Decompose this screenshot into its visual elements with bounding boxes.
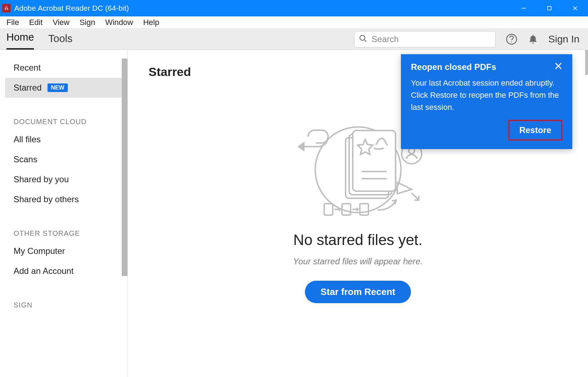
- bell-icon[interactable]: [528, 34, 538, 45]
- svg-point-4: [360, 35, 365, 40]
- dialog-footer: Restore: [411, 120, 562, 141]
- window-controls: [511, 0, 588, 16]
- empty-subtext: Your starred files will appear here.: [149, 256, 567, 266]
- sidebar-item-label: Shared by others: [14, 194, 79, 204]
- sidebar-item-all-files[interactable]: All files: [0, 129, 127, 149]
- sidebar-item-label: All files: [14, 134, 41, 144]
- star-from-recent-button[interactable]: Star from Recent: [305, 281, 411, 303]
- minimize-button[interactable]: [511, 0, 537, 16]
- app-title: Adobe Acrobat Reader DC (64-bit): [14, 4, 129, 12]
- sidebar-item-label: Shared by you: [14, 174, 69, 184]
- svg-rect-1: [548, 6, 551, 10]
- menu-window[interactable]: Window: [100, 16, 138, 29]
- menu-sign[interactable]: Sign: [75, 16, 100, 29]
- sidebar-item-label: Starred: [14, 83, 42, 93]
- titlebar-left: Adobe Acrobat Reader DC (64-bit): [0, 4, 129, 12]
- new-badge: NEW: [47, 83, 68, 92]
- sidebar-item-label: My Computer: [14, 246, 65, 256]
- sidebar-item-label: Add an Account: [14, 266, 74, 276]
- menu-view[interactable]: View: [47, 16, 74, 29]
- menu-help[interactable]: Help: [138, 16, 164, 29]
- search-box[interactable]: [354, 31, 496, 47]
- tab-home[interactable]: Home: [6, 27, 34, 50]
- sidebar-scrollbar[interactable]: [122, 58, 127, 276]
- sidebar-item-label: Recent: [14, 63, 41, 73]
- sidebar-item-my-computer[interactable]: My Computer: [0, 241, 127, 261]
- right-scrollbar[interactable]: [585, 50, 588, 75]
- sidebar-item-shared-by-others[interactable]: Shared by others: [0, 189, 127, 209]
- sidebar-item-starred[interactable]: Starred NEW: [5, 78, 122, 98]
- app-icon: [2, 4, 11, 12]
- sidebar-item-add-account[interactable]: Add an Account: [0, 261, 127, 281]
- maximize-button[interactable]: [537, 0, 562, 16]
- close-button[interactable]: [562, 0, 588, 16]
- main-panel: Starred: [128, 50, 588, 377]
- svg-line-5: [364, 40, 366, 42]
- svg-rect-11: [353, 131, 396, 191]
- sidebar-section-cloud: DOCUMENT CLOUD: [0, 110, 127, 129]
- sidebar-section-other: OTHER STORAGE: [0, 221, 127, 241]
- sidebar-item-recent[interactable]: Recent: [0, 58, 127, 78]
- sidebar-section-sign: SIGN: [0, 293, 127, 313]
- app-tabs-bar: Home Tools Sign In: [0, 29, 588, 50]
- reopen-dialog: Reopen closed PDFs Your last Acrobat ses…: [401, 54, 572, 149]
- svg-point-7: [511, 41, 512, 42]
- sidebar: Recent Starred NEW DOCUMENT CLOUD All fi…: [0, 50, 128, 377]
- menu-bar: File Edit View Sign Window Help: [0, 16, 588, 29]
- app-tabs-left: Home Tools: [6, 29, 72, 50]
- restore-button[interactable]: Restore: [508, 120, 562, 141]
- search-input[interactable]: [372, 34, 491, 44]
- svg-rect-18: [360, 204, 368, 215]
- sign-in-link[interactable]: Sign In: [548, 34, 582, 45]
- svg-rect-16: [324, 204, 333, 215]
- app-tabs-right: Sign In: [354, 31, 582, 47]
- sidebar-item-scans[interactable]: Scans: [0, 149, 127, 169]
- tab-tools[interactable]: Tools: [48, 29, 72, 50]
- empty-heading: No starred files yet.: [149, 231, 567, 249]
- dialog-body: Your last Acrobat session ended abruptly…: [411, 77, 562, 113]
- sidebar-item-label: Scans: [14, 154, 37, 164]
- content-area: Recent Starred NEW DOCUMENT CLOUD All fi…: [0, 50, 588, 377]
- dialog-title-text: Reopen closed PDFs: [411, 62, 496, 72]
- close-icon[interactable]: [554, 62, 562, 72]
- search-icon: [359, 34, 367, 44]
- dialog-header: Reopen closed PDFs: [411, 62, 562, 72]
- help-icon[interactable]: [506, 33, 518, 45]
- window-titlebar: Adobe Acrobat Reader DC (64-bit): [0, 0, 588, 16]
- sidebar-item-shared-by-you[interactable]: Shared by you: [0, 169, 127, 189]
